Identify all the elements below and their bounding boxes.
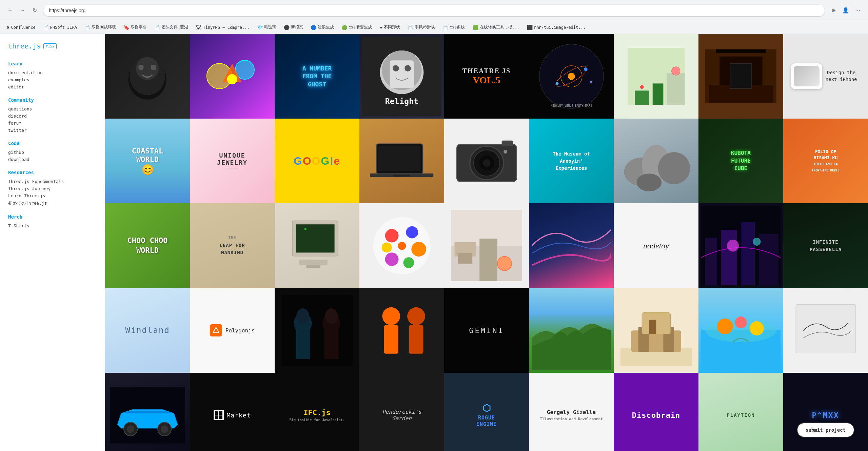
gallery-cell-folio[interactable]: FOLIO OFHISAMI KUTOKYO AND KAFRONT-END D… bbox=[783, 119, 868, 203]
gallery-cell-infinite[interactable]: INFINITEPASSERELLA bbox=[783, 203, 868, 288]
bookmark-test-env[interactable]: 📄 乐楼测试环境 bbox=[82, 23, 119, 32]
bookmark-neumorphism[interactable]: ⚫ 新拟态 bbox=[281, 23, 306, 32]
sidebar-link-github[interactable]: github bbox=[8, 149, 97, 156]
sidebar-link-forum[interactable]: forum bbox=[8, 120, 97, 127]
gallery-cell-polygonjs[interactable]: Polygonjs bbox=[190, 288, 275, 373]
gallery-cell-room[interactable] bbox=[444, 203, 529, 288]
bookmark-stripe[interactable]: 📄 css条纹 bbox=[440, 23, 468, 32]
gallery-cell-furniture[interactable] bbox=[614, 288, 698, 373]
gallery-cell-landscape[interactable] bbox=[529, 288, 614, 373]
bookmark-glass[interactable]: 💎 毛玻璃 bbox=[254, 23, 279, 32]
bookmark-lanhu[interactable]: 📄 团队文件·蓝湖 bbox=[152, 23, 191, 32]
sidebar-link-fundamentals[interactable]: Three.js Fundamentals bbox=[8, 178, 97, 185]
extension-button[interactable]: ⊕ bbox=[829, 6, 838, 15]
sidebar-link-docs[interactable]: documentation bbox=[8, 69, 97, 76]
svg-point-60 bbox=[398, 242, 406, 250]
gallery-cell-museum[interactable]: The Museum ofAnnoyin'Experiences bbox=[529, 119, 614, 203]
gallery-cell-hooded-figures[interactable] bbox=[275, 288, 359, 373]
gallery-cell-abstract-blue[interactable] bbox=[529, 203, 614, 288]
submit-project-button[interactable]: submit project bbox=[797, 423, 854, 437]
bookmark-accordion[interactable]: 📄 手风琴滑块 bbox=[405, 23, 438, 32]
gallery-cell-iphone[interactable]: Design thenext iPhone bbox=[783, 34, 868, 119]
svg-rect-79 bbox=[324, 330, 338, 359]
sidebar-link-learn[interactable]: Learn Three.js bbox=[8, 192, 97, 199]
gallery-cell-choochoo[interactable]: CHOO CHOOWORLD bbox=[105, 203, 190, 288]
gallery-cell-google[interactable]: GOOGle bbox=[275, 119, 359, 203]
svg-rect-50 bbox=[299, 260, 328, 265]
gallery-cell-tropical[interactable] bbox=[698, 288, 783, 373]
gallery-cell-gergely[interactable]: Gergely Gizella Illustration and Develop… bbox=[529, 373, 614, 451]
gallery-cell[interactable]: THEATRE JS VOL.5 bbox=[444, 34, 529, 119]
gallery-cell-laptop[interactable] bbox=[359, 119, 444, 203]
sidebar-link-japanese[interactable]: 初めてのThree.js bbox=[8, 199, 97, 207]
gallery-cell-rocks[interactable] bbox=[614, 119, 698, 203]
bookmark-label: 团队文件·蓝湖 bbox=[161, 24, 188, 30]
gallery-cell-windland[interactable]: Windland bbox=[105, 288, 190, 373]
address-bar[interactable] bbox=[43, 5, 825, 16]
sidebar-link-journey[interactable]: Three.js Journey bbox=[8, 185, 97, 192]
tinypng-icon: 🐼 bbox=[196, 25, 201, 30]
gallery-cell-sketch-pad[interactable] bbox=[783, 288, 868, 373]
gallery-cell[interactable]: Relight bbox=[359, 34, 444, 119]
gallery-cell-playtion[interactable]: PLAYTION bbox=[698, 373, 783, 451]
gallery-cell-camera[interactable] bbox=[444, 119, 529, 203]
sidebar-link-twitter[interactable]: twitter bbox=[8, 127, 97, 134]
gallery-cell-penderecki[interactable]: Penderecki'sGarden bbox=[359, 373, 444, 451]
gallery-cell-kubota[interactable]: KUBOTAFUTURECUBE bbox=[698, 119, 783, 203]
refresh-button[interactable]: ↻ bbox=[30, 6, 39, 15]
bookmark-label: 不同形状 bbox=[384, 24, 400, 30]
gallery-cell[interactable] bbox=[698, 34, 783, 119]
svg-point-96 bbox=[735, 316, 747, 328]
sidebar-link-discord[interactable]: discord bbox=[8, 112, 97, 120]
sidebar-link-download[interactable]: download bbox=[8, 156, 97, 163]
gallery-cell-leap[interactable]: THE LEAP FORMANKIND bbox=[190, 203, 275, 288]
gallery-cell-discobrain[interactable]: Discobrain bbox=[614, 373, 698, 451]
gallery-cell-pmxx[interactable]: P^MXX bbox=[783, 373, 868, 451]
gallery-cell-lamborghini[interactable] bbox=[105, 373, 190, 451]
svg-point-13 bbox=[405, 65, 411, 71]
user-profile-button[interactable]: 👤 bbox=[841, 6, 850, 15]
menu-button[interactable]: ⋯ bbox=[853, 6, 863, 15]
bookmark-jira[interactable]: 📄 NHSoft JIRA bbox=[40, 23, 80, 32]
gallery-cell-coastal[interactable]: COASTAL WORLD 😊 bbox=[105, 119, 190, 203]
jira-icon: 📄 bbox=[43, 25, 49, 30]
bookmark-retail[interactable]: 🔖 乐楼零售 bbox=[121, 23, 150, 32]
sidebar-link-editor[interactable]: editor bbox=[8, 83, 97, 90]
logo-text[interactable]: three.js bbox=[8, 42, 41, 50]
bookmark-label: nhn/tui.image-edit... bbox=[534, 25, 586, 30]
bookmark-tinypng[interactable]: 🐼 TinyPNG – Compre... bbox=[193, 23, 252, 32]
sidebar-link-examples[interactable]: examples bbox=[8, 76, 97, 83]
sidebar-link-tshirts[interactable]: T-Shirts bbox=[8, 222, 97, 229]
gallery-cell-market[interactable]: Market bbox=[190, 373, 275, 451]
forward-button[interactable]: → bbox=[18, 6, 27, 15]
bookmark-wave[interactable]: 🔵 波浪生成 bbox=[308, 23, 337, 32]
browser-actions: ⊕ 👤 ⋯ bbox=[829, 6, 863, 15]
gallery-cell[interactable] bbox=[614, 34, 698, 119]
sidebar-link-questions[interactable]: questions bbox=[8, 105, 97, 112]
bookmark-tui[interactable]: ⬛ nhn/tui.image-edit... bbox=[524, 23, 588, 32]
gallery-cell-nodetoy[interactable]: nodetoy bbox=[614, 203, 698, 288]
bookmark-gradient[interactable]: 🟢 css渐变生成 bbox=[339, 23, 375, 32]
accordion-icon: 📄 bbox=[408, 25, 413, 30]
gallery-cell[interactable]: MERCURY VENUS EARTH MARS bbox=[529, 34, 614, 119]
main-content: A NUMBERFROM THEGHOST Relight bbox=[105, 34, 868, 451]
gallery-cell[interactable] bbox=[190, 34, 275, 119]
svg-point-28 bbox=[671, 67, 680, 75]
svg-point-81 bbox=[325, 308, 338, 324]
gallery-cell-neon-city[interactable] bbox=[698, 203, 783, 288]
bookmark-confluence[interactable]: ✖ Confluence bbox=[4, 23, 38, 32]
gallery-cell-gemini[interactable]: GEMINI bbox=[444, 288, 529, 373]
svg-rect-4 bbox=[151, 65, 156, 70]
gallery-cell-jewelry[interactable]: UNIQUE JEWELRY bbox=[190, 119, 275, 203]
back-button[interactable]: ← bbox=[5, 6, 15, 15]
bookmark-convert[interactable]: 🟩 在线转换工具，提... bbox=[470, 23, 522, 32]
gallery-cell-retro-pc[interactable] bbox=[275, 203, 359, 288]
gallery-cell-ifcjs[interactable]: IFC.js BIM toolkit for JavaScript. bbox=[275, 373, 359, 451]
gallery-cell-orange-figures[interactable] bbox=[359, 288, 444, 373]
gallery-cell-rogue[interactable]: ⬡ ROGUEENGINE bbox=[444, 373, 529, 451]
bookmark-shapes[interactable]: ❤ 不同形状 bbox=[377, 23, 402, 32]
gallery-cell-colorball[interactable] bbox=[359, 203, 444, 288]
gallery-cell[interactable]: A NUMBERFROM THEGHOST bbox=[275, 34, 359, 119]
gallery-cell[interactable] bbox=[105, 34, 190, 119]
svg-rect-75 bbox=[281, 295, 353, 366]
